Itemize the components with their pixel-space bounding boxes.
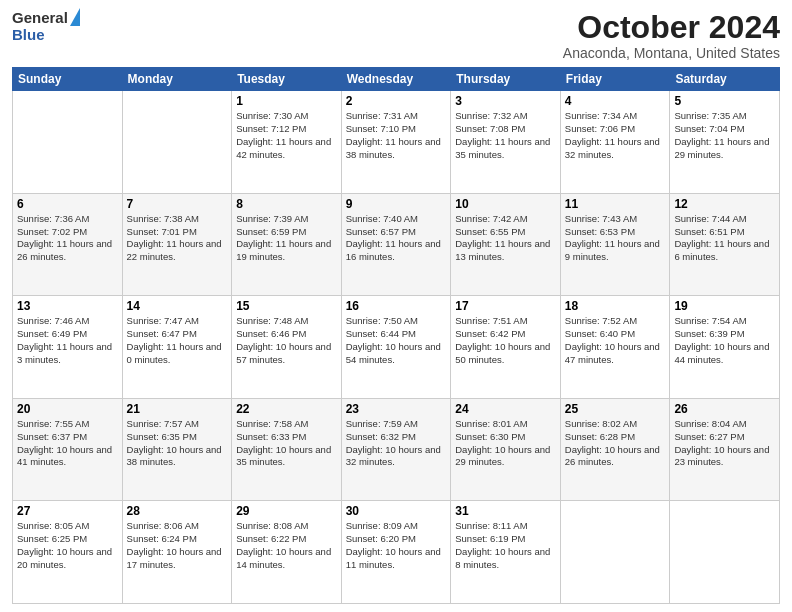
col-header-sunday: Sunday <box>13 68 123 91</box>
calendar-cell: 12Sunrise: 7:44 AMSunset: 6:51 PMDayligh… <box>670 193 780 296</box>
col-header-monday: Monday <box>122 68 232 91</box>
calendar-header-row: SundayMondayTuesdayWednesdayThursdayFrid… <box>13 68 780 91</box>
calendar-cell: 7Sunrise: 7:38 AMSunset: 7:01 PMDaylight… <box>122 193 232 296</box>
col-header-wednesday: Wednesday <box>341 68 451 91</box>
calendar-cell: 4Sunrise: 7:34 AMSunset: 7:06 PMDaylight… <box>560 91 670 194</box>
day-info: Sunrise: 8:11 AMSunset: 6:19 PMDaylight:… <box>455 520 556 571</box>
day-number: 31 <box>455 504 556 518</box>
day-number: 26 <box>674 402 775 416</box>
day-info: Sunrise: 8:01 AMSunset: 6:30 PMDaylight:… <box>455 418 556 469</box>
calendar-cell: 1Sunrise: 7:30 AMSunset: 7:12 PMDaylight… <box>232 91 342 194</box>
day-number: 5 <box>674 94 775 108</box>
day-number: 21 <box>127 402 228 416</box>
day-number: 9 <box>346 197 447 211</box>
calendar-cell: 8Sunrise: 7:39 AMSunset: 6:59 PMDaylight… <box>232 193 342 296</box>
day-info: Sunrise: 7:52 AMSunset: 6:40 PMDaylight:… <box>565 315 666 366</box>
day-info: Sunrise: 7:46 AMSunset: 6:49 PMDaylight:… <box>17 315 118 366</box>
calendar-cell <box>122 91 232 194</box>
calendar-cell: 29Sunrise: 8:08 AMSunset: 6:22 PMDayligh… <box>232 501 342 604</box>
day-number: 3 <box>455 94 556 108</box>
calendar-cell: 17Sunrise: 7:51 AMSunset: 6:42 PMDayligh… <box>451 296 561 399</box>
col-header-friday: Friday <box>560 68 670 91</box>
calendar-cell: 6Sunrise: 7:36 AMSunset: 7:02 PMDaylight… <box>13 193 123 296</box>
day-info: Sunrise: 8:05 AMSunset: 6:25 PMDaylight:… <box>17 520 118 571</box>
day-number: 13 <box>17 299 118 313</box>
logo-general: General <box>12 10 68 27</box>
day-number: 23 <box>346 402 447 416</box>
day-number: 19 <box>674 299 775 313</box>
day-number: 25 <box>565 402 666 416</box>
calendar-cell: 25Sunrise: 8:02 AMSunset: 6:28 PMDayligh… <box>560 398 670 501</box>
day-info: Sunrise: 7:39 AMSunset: 6:59 PMDaylight:… <box>236 213 337 264</box>
calendar-cell: 15Sunrise: 7:48 AMSunset: 6:46 PMDayligh… <box>232 296 342 399</box>
calendar-cell: 22Sunrise: 7:58 AMSunset: 6:33 PMDayligh… <box>232 398 342 501</box>
calendar-cell: 20Sunrise: 7:55 AMSunset: 6:37 PMDayligh… <box>13 398 123 501</box>
calendar-cell: 27Sunrise: 8:05 AMSunset: 6:25 PMDayligh… <box>13 501 123 604</box>
day-number: 24 <box>455 402 556 416</box>
calendar-title: October 2024 <box>563 10 780 45</box>
day-number: 22 <box>236 402 337 416</box>
day-number: 17 <box>455 299 556 313</box>
calendar-cell: 21Sunrise: 7:57 AMSunset: 6:35 PMDayligh… <box>122 398 232 501</box>
calendar-cell <box>13 91 123 194</box>
day-info: Sunrise: 8:09 AMSunset: 6:20 PMDaylight:… <box>346 520 447 571</box>
day-number: 16 <box>346 299 447 313</box>
calendar-cell: 11Sunrise: 7:43 AMSunset: 6:53 PMDayligh… <box>560 193 670 296</box>
day-number: 20 <box>17 402 118 416</box>
day-info: Sunrise: 7:31 AMSunset: 7:10 PMDaylight:… <box>346 110 447 161</box>
calendar-subtitle: Anaconda, Montana, United States <box>563 45 780 61</box>
day-number: 11 <box>565 197 666 211</box>
calendar-cell: 18Sunrise: 7:52 AMSunset: 6:40 PMDayligh… <box>560 296 670 399</box>
calendar-cell: 16Sunrise: 7:50 AMSunset: 6:44 PMDayligh… <box>341 296 451 399</box>
day-info: Sunrise: 7:47 AMSunset: 6:47 PMDaylight:… <box>127 315 228 366</box>
day-info: Sunrise: 7:38 AMSunset: 7:01 PMDaylight:… <box>127 213 228 264</box>
calendar-cell: 23Sunrise: 7:59 AMSunset: 6:32 PMDayligh… <box>341 398 451 501</box>
calendar-cell <box>670 501 780 604</box>
day-info: Sunrise: 7:44 AMSunset: 6:51 PMDaylight:… <box>674 213 775 264</box>
day-number: 15 <box>236 299 337 313</box>
calendar-cell: 14Sunrise: 7:47 AMSunset: 6:47 PMDayligh… <box>122 296 232 399</box>
day-info: Sunrise: 8:08 AMSunset: 6:22 PMDaylight:… <box>236 520 337 571</box>
day-number: 18 <box>565 299 666 313</box>
day-info: Sunrise: 7:57 AMSunset: 6:35 PMDaylight:… <box>127 418 228 469</box>
day-number: 2 <box>346 94 447 108</box>
day-number: 8 <box>236 197 337 211</box>
calendar-week-row: 13Sunrise: 7:46 AMSunset: 6:49 PMDayligh… <box>13 296 780 399</box>
calendar-cell: 5Sunrise: 7:35 AMSunset: 7:04 PMDaylight… <box>670 91 780 194</box>
day-info: Sunrise: 7:54 AMSunset: 6:39 PMDaylight:… <box>674 315 775 366</box>
page: General Blue October 2024 Anaconda, Mont… <box>0 0 792 612</box>
day-number: 7 <box>127 197 228 211</box>
calendar-cell: 2Sunrise: 7:31 AMSunset: 7:10 PMDaylight… <box>341 91 451 194</box>
day-number: 1 <box>236 94 337 108</box>
day-info: Sunrise: 7:58 AMSunset: 6:33 PMDaylight:… <box>236 418 337 469</box>
day-number: 6 <box>17 197 118 211</box>
title-block: October 2024 Anaconda, Montana, United S… <box>563 10 780 61</box>
day-info: Sunrise: 7:32 AMSunset: 7:08 PMDaylight:… <box>455 110 556 161</box>
day-info: Sunrise: 7:42 AMSunset: 6:55 PMDaylight:… <box>455 213 556 264</box>
calendar-cell: 24Sunrise: 8:01 AMSunset: 6:30 PMDayligh… <box>451 398 561 501</box>
day-info: Sunrise: 7:59 AMSunset: 6:32 PMDaylight:… <box>346 418 447 469</box>
day-number: 12 <box>674 197 775 211</box>
calendar-table: SundayMondayTuesdayWednesdayThursdayFrid… <box>12 67 780 604</box>
calendar-cell: 31Sunrise: 8:11 AMSunset: 6:19 PMDayligh… <box>451 501 561 604</box>
calendar-week-row: 27Sunrise: 8:05 AMSunset: 6:25 PMDayligh… <box>13 501 780 604</box>
day-info: Sunrise: 7:34 AMSunset: 7:06 PMDaylight:… <box>565 110 666 161</box>
day-info: Sunrise: 8:02 AMSunset: 6:28 PMDaylight:… <box>565 418 666 469</box>
day-number: 4 <box>565 94 666 108</box>
col-header-tuesday: Tuesday <box>232 68 342 91</box>
day-number: 27 <box>17 504 118 518</box>
calendar-cell: 26Sunrise: 8:04 AMSunset: 6:27 PMDayligh… <box>670 398 780 501</box>
calendar-week-row: 1Sunrise: 7:30 AMSunset: 7:12 PMDaylight… <box>13 91 780 194</box>
day-number: 30 <box>346 504 447 518</box>
day-info: Sunrise: 7:36 AMSunset: 7:02 PMDaylight:… <box>17 213 118 264</box>
day-info: Sunrise: 8:04 AMSunset: 6:27 PMDaylight:… <box>674 418 775 469</box>
calendar-cell: 19Sunrise: 7:54 AMSunset: 6:39 PMDayligh… <box>670 296 780 399</box>
calendar-cell: 3Sunrise: 7:32 AMSunset: 7:08 PMDaylight… <box>451 91 561 194</box>
day-info: Sunrise: 7:51 AMSunset: 6:42 PMDaylight:… <box>455 315 556 366</box>
calendar-cell: 10Sunrise: 7:42 AMSunset: 6:55 PMDayligh… <box>451 193 561 296</box>
col-header-thursday: Thursday <box>451 68 561 91</box>
day-number: 14 <box>127 299 228 313</box>
col-header-saturday: Saturday <box>670 68 780 91</box>
header: General Blue October 2024 Anaconda, Mont… <box>12 10 780 61</box>
logo: General Blue <box>12 10 80 43</box>
